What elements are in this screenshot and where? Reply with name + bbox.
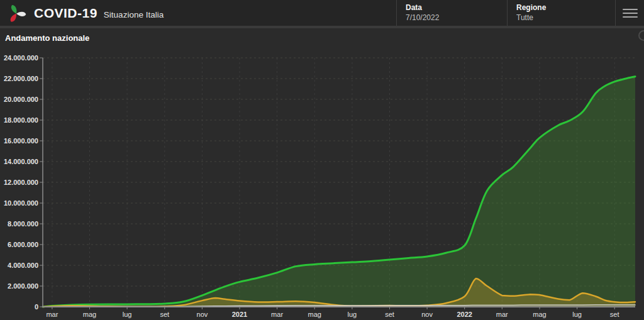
y-tick-label: 22.000.000 [4,75,38,82]
y-tick-label: 24.000.000 [4,54,38,62]
header-divider [0,26,644,28]
x-tick-label: lug [348,311,357,318]
app-header: COVID-19 Situazione Italia Data 7/10/202… [0,0,644,26]
x-tick-label: set [610,311,619,318]
green-cumulative-total-area [43,77,635,307]
app-title: COVID-19 [34,6,97,21]
x-tick-label: mag [533,311,546,318]
region-filter-label: Regione [516,3,615,13]
x-tick-label: mar [46,311,58,318]
x-tick-label: mar [271,311,283,318]
region-filter[interactable]: Regione Tutte [507,0,615,26]
hamburger-menu-button[interactable] [615,0,644,26]
covid-dashboard: COVID-19 Situazione Italia Data 7/10/202… [0,0,644,320]
hamburger-menu-icon [623,9,638,18]
x-tick-label: lug [572,311,582,318]
brand: COVID-19 Situazione Italia [0,0,396,26]
y-tick-label: 16.000.000 [4,137,38,145]
y-axis-labels: 02.000.0004.000.0006.000.0008.000.00010.… [4,54,38,311]
x-tick-label: set [385,311,394,318]
region-filter-value: Tutte [516,13,615,23]
date-filter-label: Data [406,3,507,13]
x-axis-labels: marmaglugsetnov2021marmaglugsetnov2022ma… [46,311,619,318]
national-trend-chart[interactable]: 02.000.0004.000.0006.000.0008.000.00010.… [0,53,644,320]
x-tick-label: set [160,311,169,318]
y-tick-label: 2.000.000 [8,282,38,290]
y-tick-label: 4.000.000 [8,262,38,269]
y-tick-label: 10.000.000 [4,199,38,207]
help-circle-icon[interactable] [638,30,644,41]
x-tick-label: 2022 [457,311,472,318]
chart-series [43,77,635,307]
x-tick-label: lug [123,311,132,318]
x-tick-label: 2021 [232,311,247,318]
y-tick-label: 14.000.000 [4,158,38,165]
protezione-civile-logo-icon [6,3,26,23]
x-tick-label: nov [421,311,433,318]
x-tick-label: mar [496,311,508,318]
chart-canvas[interactable]: 02.000.0004.000.0006.000.0008.000.00010.… [0,53,644,320]
section-title: Andamento nazionale [5,33,89,43]
date-filter[interactable]: Data 7/10/2022 [396,0,507,26]
y-tick-label: 12.000.000 [4,179,38,186]
x-tick-label: mag [308,311,321,318]
y-tick-label: 18.000.000 [4,116,38,124]
app-subtitle: Situazione Italia [104,7,164,19]
x-tick-label: mag [83,311,96,318]
y-tick-label: 8.000.000 [8,220,38,228]
date-filter-value: 7/10/2022 [406,13,507,23]
y-tick-label: 6.000.000 [8,241,38,248]
x-tick-label: nov [197,311,208,318]
y-tick-label: 20.000.000 [4,96,38,103]
y-tick-label: 0 [35,303,38,311]
